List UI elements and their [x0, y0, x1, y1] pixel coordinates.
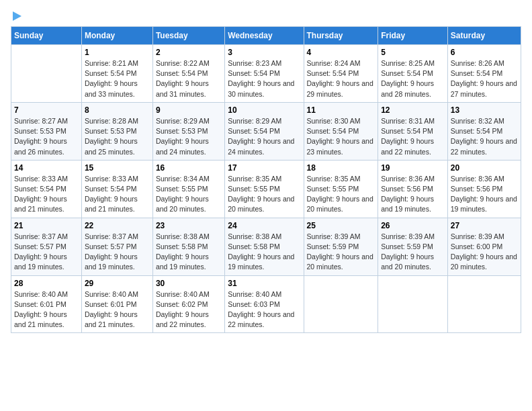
day-info: Sunrise: 8:36 AMSunset: 5:56 PMDaylight:… — [381, 175, 435, 214]
day-info: Sunrise: 8:38 AMSunset: 5:58 PMDaylight:… — [228, 232, 294, 271]
col-wednesday: Wednesday — [225, 27, 304, 45]
day-number: 11 — [307, 105, 375, 115]
day-number: 7 — [14, 105, 79, 115]
table-cell: 17Sunrise: 8:35 AMSunset: 5:55 PMDayligh… — [225, 160, 304, 218]
table-cell: 22Sunrise: 8:37 AMSunset: 5:57 PMDayligh… — [81, 218, 152, 275]
day-info: Sunrise: 8:29 AMSunset: 5:54 PMDaylight:… — [228, 117, 294, 156]
day-info: Sunrise: 8:40 AMSunset: 6:02 PMDaylight:… — [156, 290, 210, 329]
day-number: 21 — [14, 221, 79, 230]
day-info: Sunrise: 8:21 AMSunset: 5:54 PMDaylight:… — [85, 59, 138, 98]
day-number: 19 — [381, 163, 445, 173]
col-friday: Friday — [378, 27, 448, 45]
day-number: 10 — [228, 105, 300, 115]
day-info: Sunrise: 8:40 AMSunset: 6:03 PMDaylight:… — [228, 290, 294, 329]
col-thursday: Thursday — [304, 27, 378, 45]
day-number: 1 — [85, 48, 150, 57]
day-info: Sunrise: 8:33 AMSunset: 5:54 PMDaylight:… — [85, 175, 138, 214]
day-number: 5 — [381, 48, 445, 57]
day-info: Sunrise: 8:28 AMSunset: 5:53 PMDaylight:… — [85, 117, 138, 156]
day-number: 6 — [451, 48, 518, 57]
col-saturday: Saturday — [447, 27, 521, 45]
day-info: Sunrise: 8:23 AMSunset: 5:54 PMDaylight:… — [228, 59, 294, 98]
col-sunday: Sunday — [11, 27, 82, 45]
table-cell: 30Sunrise: 8:40 AMSunset: 6:02 PMDayligh… — [152, 275, 224, 333]
table-cell: 4Sunrise: 8:24 AMSunset: 5:54 PMDaylight… — [304, 45, 378, 103]
day-number: 31 — [228, 279, 300, 288]
logo — [11, 11, 21, 21]
table-cell: 14Sunrise: 8:33 AMSunset: 5:54 PMDayligh… — [11, 160, 82, 218]
day-number: 17 — [228, 163, 300, 173]
day-info: Sunrise: 8:29 AMSunset: 5:53 PMDaylight:… — [156, 117, 210, 156]
day-number: 22 — [85, 221, 150, 230]
table-cell — [447, 275, 521, 333]
col-tuesday: Tuesday — [152, 27, 224, 45]
table-cell: 3Sunrise: 8:23 AMSunset: 5:54 PMDaylight… — [225, 45, 304, 103]
table-cell — [304, 275, 378, 333]
table-cell: 26Sunrise: 8:39 AMSunset: 5:59 PMDayligh… — [378, 218, 448, 275]
table-cell: 12Sunrise: 8:31 AMSunset: 5:54 PMDayligh… — [378, 102, 448, 160]
day-number: 29 — [85, 279, 150, 288]
day-info: Sunrise: 8:30 AMSunset: 5:54 PMDaylight:… — [307, 117, 373, 156]
table-cell: 28Sunrise: 8:40 AMSunset: 6:01 PMDayligh… — [11, 275, 82, 333]
day-number: 18 — [307, 163, 375, 173]
day-number: 25 — [307, 221, 375, 230]
table-cell: 16Sunrise: 8:34 AMSunset: 5:55 PMDayligh… — [152, 160, 224, 218]
day-info: Sunrise: 8:40 AMSunset: 6:01 PMDaylight:… — [85, 290, 138, 329]
day-number: 28 — [14, 279, 79, 288]
table-cell: 6Sunrise: 8:26 AMSunset: 5:54 PMDaylight… — [447, 45, 521, 103]
day-info: Sunrise: 8:35 AMSunset: 5:55 PMDaylight:… — [307, 175, 373, 214]
logo-arrow-icon — [13, 11, 21, 21]
table-cell: 8Sunrise: 8:28 AMSunset: 5:53 PMDaylight… — [81, 102, 152, 160]
day-number: 4 — [307, 48, 375, 57]
table-cell: 13Sunrise: 8:32 AMSunset: 5:54 PMDayligh… — [447, 102, 521, 160]
col-monday: Monday — [81, 27, 152, 45]
day-number: 30 — [156, 279, 222, 288]
table-cell: 24Sunrise: 8:38 AMSunset: 5:58 PMDayligh… — [225, 218, 304, 275]
day-number: 8 — [85, 105, 150, 115]
table-cell: 31Sunrise: 8:40 AMSunset: 6:03 PMDayligh… — [225, 275, 304, 333]
day-info: Sunrise: 8:39 AMSunset: 5:59 PMDaylight:… — [381, 232, 435, 271]
day-number: 16 — [156, 163, 222, 173]
day-number: 15 — [85, 163, 150, 173]
table-cell: 9Sunrise: 8:29 AMSunset: 5:53 PMDaylight… — [152, 102, 224, 160]
day-number: 23 — [156, 221, 222, 230]
table-cell: 7Sunrise: 8:27 AMSunset: 5:53 PMDaylight… — [11, 102, 82, 160]
day-info: Sunrise: 8:34 AMSunset: 5:55 PMDaylight:… — [156, 175, 210, 214]
day-info: Sunrise: 8:37 AMSunset: 5:57 PMDaylight:… — [85, 232, 138, 271]
table-cell: 10Sunrise: 8:29 AMSunset: 5:54 PMDayligh… — [225, 102, 304, 160]
day-number: 20 — [451, 163, 518, 173]
table-cell: 27Sunrise: 8:39 AMSunset: 6:00 PMDayligh… — [447, 218, 521, 275]
table-cell — [11, 45, 82, 103]
table-cell: 11Sunrise: 8:30 AMSunset: 5:54 PMDayligh… — [304, 102, 378, 160]
table-cell: 23Sunrise: 8:38 AMSunset: 5:58 PMDayligh… — [152, 218, 224, 275]
calendar-table: Sunday Monday Tuesday Wednesday Thursday… — [11, 26, 521, 333]
day-info: Sunrise: 8:31 AMSunset: 5:54 PMDaylight:… — [381, 117, 435, 156]
table-cell: 15Sunrise: 8:33 AMSunset: 5:54 PMDayligh… — [81, 160, 152, 218]
day-number: 26 — [381, 221, 445, 230]
table-cell: 18Sunrise: 8:35 AMSunset: 5:55 PMDayligh… — [304, 160, 378, 218]
day-info: Sunrise: 8:27 AMSunset: 5:53 PMDaylight:… — [14, 117, 68, 156]
table-cell — [378, 275, 448, 333]
day-info: Sunrise: 8:33 AMSunset: 5:54 PMDaylight:… — [14, 175, 68, 214]
day-info: Sunrise: 8:39 AMSunset: 5:59 PMDaylight:… — [307, 232, 373, 271]
day-info: Sunrise: 8:39 AMSunset: 6:00 PMDaylight:… — [451, 232, 517, 271]
table-cell: 20Sunrise: 8:36 AMSunset: 5:56 PMDayligh… — [447, 160, 521, 218]
table-cell: 29Sunrise: 8:40 AMSunset: 6:01 PMDayligh… — [81, 275, 152, 333]
table-cell: 21Sunrise: 8:37 AMSunset: 5:57 PMDayligh… — [11, 218, 82, 275]
day-info: Sunrise: 8:38 AMSunset: 5:58 PMDaylight:… — [156, 232, 210, 271]
day-number: 9 — [156, 105, 222, 115]
day-number: 14 — [14, 163, 79, 173]
day-info: Sunrise: 8:25 AMSunset: 5:54 PMDaylight:… — [381, 59, 435, 98]
day-number: 24 — [228, 221, 300, 230]
day-info: Sunrise: 8:36 AMSunset: 5:56 PMDaylight:… — [451, 175, 517, 214]
day-info: Sunrise: 8:24 AMSunset: 5:54 PMDaylight:… — [307, 59, 373, 98]
day-info: Sunrise: 8:32 AMSunset: 5:54 PMDaylight:… — [451, 117, 517, 156]
day-info: Sunrise: 8:22 AMSunset: 5:54 PMDaylight:… — [156, 59, 210, 98]
table-cell: 25Sunrise: 8:39 AMSunset: 5:59 PMDayligh… — [304, 218, 378, 275]
day-info: Sunrise: 8:26 AMSunset: 5:54 PMDaylight:… — [451, 59, 517, 98]
table-cell: 19Sunrise: 8:36 AMSunset: 5:56 PMDayligh… — [378, 160, 448, 218]
day-info: Sunrise: 8:40 AMSunset: 6:01 PMDaylight:… — [14, 290, 68, 329]
table-cell: 2Sunrise: 8:22 AMSunset: 5:54 PMDaylight… — [152, 45, 224, 103]
table-cell: 5Sunrise: 8:25 AMSunset: 5:54 PMDaylight… — [378, 45, 448, 103]
day-number: 3 — [228, 48, 300, 57]
